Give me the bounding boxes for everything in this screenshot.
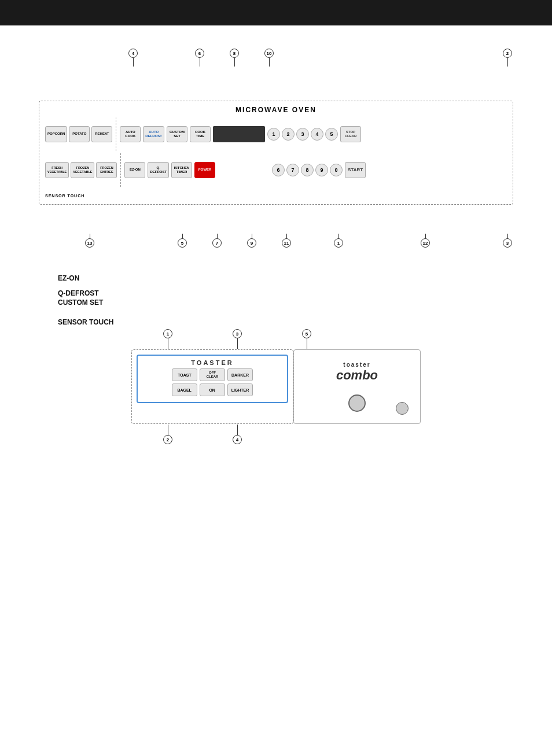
left-btns-row2: FRESHVEGETABLE FROZENVEGETABLE FROZENENT… (45, 162, 117, 178)
ez-on-btn[interactable]: EZ-ON (124, 162, 145, 178)
num-4-btn[interactable]: 4 (311, 128, 323, 141)
auto-defrost-btn[interactable]: AUTODEFROST (143, 126, 164, 142)
num-1-btn[interactable]: 1 (267, 128, 280, 141)
header-bar (0, 0, 552, 25)
callout-10: 10 (264, 49, 274, 58)
callout-7: 7 (212, 238, 222, 248)
q-defrost-btn[interactable]: Q-DEFROST (148, 162, 169, 178)
callout-13-container: 13 (85, 234, 94, 248)
t-callout-4-container: 4 (233, 425, 242, 444)
callout-11: 11 (282, 238, 291, 248)
q-defrost-desc-item: Q-DEFROST CUSTOM SET (58, 289, 529, 307)
toaster-dial[interactable] (348, 394, 366, 412)
custom-set-label: CUSTOM SET (58, 298, 529, 307)
callout-6-container: 6 (195, 49, 204, 67)
microwave-title: MICROWAVE OVEN (45, 106, 507, 114)
stop-clear-btn[interactable]: STOPCLEAR (340, 126, 361, 142)
sensor-touch-label: SENSOR TOUCH (45, 189, 507, 200)
callout-1: 1 (334, 238, 343, 248)
start-btn[interactable]: START (345, 162, 366, 178)
cook-time-btn[interactable]: COOKTIME (190, 126, 211, 142)
ez-on-label: EZ-ON (58, 274, 529, 282)
toaster-title: TOASTER (141, 359, 284, 366)
toaster-wrapper: 1 3 5 TOASTER TOAST OFFCLEAR (131, 349, 421, 424)
toaster-control-panel: TOASTER TOAST OFFCLEAR DARKER BAGEL ON L… (131, 349, 293, 424)
frozen-vegetable-btn[interactable]: FROZENVEGETABLE (71, 162, 94, 178)
t-callout-1-container: 1 (163, 329, 172, 349)
t-callout-5-container: 5 (302, 329, 311, 349)
toaster-section: 1 3 5 TOASTER TOAST OFFCLEAR (23, 349, 529, 424)
callout-2: 2 (503, 49, 512, 58)
callout-9-container: 9 (247, 234, 256, 248)
panel-divider-2 (120, 153, 121, 187)
callout-8: 8 (230, 49, 239, 58)
ez-on-desc-item: EZ-ON (58, 274, 529, 282)
callout-9: 9 (247, 238, 256, 248)
callout-5: 5 (178, 238, 187, 248)
num-group-row1: 1 2 3 4 5 (267, 128, 338, 141)
toaster-row-2: BAGEL ON LIGHTER (141, 383, 284, 396)
descriptions-section: EZ-ON Q-DEFROST CUSTOM SET SENSOR TOUCH (23, 274, 529, 326)
q-defrost-label: Q-DEFROST (58, 289, 529, 297)
custom-set-btn[interactable]: CUSTOMSET (167, 126, 187, 142)
panel-row-2: FRESHVEGETABLE FROZENVEGETABLE FROZENENT… (45, 153, 507, 187)
callout-11-container: 11 (282, 234, 291, 248)
num-2-btn[interactable]: 2 (282, 128, 295, 141)
callout-2-container: 2 (503, 49, 512, 67)
t-callout-5: 5 (302, 329, 311, 338)
fresh-vegetable-btn[interactable]: FRESHVEGETABLE (45, 162, 69, 178)
callout-7-container: 7 (212, 234, 222, 248)
toaster-logo-big-text: combo (336, 368, 378, 383)
num-5-btn[interactable]: 5 (325, 128, 338, 141)
num-9-btn[interactable]: 9 (315, 164, 328, 176)
callout-1-container: 1 (334, 234, 343, 248)
popcorn-btn[interactable]: POPCORN (45, 126, 67, 142)
toast-btn[interactable]: TOAST (172, 368, 197, 381)
toaster-logo: toaster combo (336, 362, 378, 383)
sensor-touch-section-label: SENSOR TOUCH (58, 318, 529, 326)
power-btn[interactable]: POWER (194, 162, 215, 178)
frozen-entree-btn[interactable]: FROZENENTREE (96, 162, 117, 178)
t-callout-1: 1 (163, 329, 172, 338)
microwave-panel: MICROWAVE OVEN POPCORN POTATO REHEAT AUT… (39, 101, 513, 205)
callout-13: 13 (85, 238, 94, 248)
microwave-section: 4 6 8 10 2 (23, 43, 529, 257)
toaster-row-1: TOAST OFFCLEAR DARKER (141, 368, 284, 381)
callout-4-container: 4 (128, 49, 138, 67)
t-callout-3: 3 (233, 329, 242, 338)
toaster-dial-small[interactable] (396, 402, 409, 415)
callout-12-container: 12 (421, 234, 430, 248)
main-content: 4 6 8 10 2 (0, 25, 552, 441)
left-btns-row1: POPCORN POTATO REHEAT (45, 126, 112, 142)
auto-cook-btn[interactable]: AUTOCOOK (120, 126, 141, 142)
num-8-btn[interactable]: 8 (301, 164, 314, 176)
darker-btn[interactable]: DARKER (227, 368, 253, 381)
bagel-btn[interactable]: BAGEL (172, 383, 197, 396)
num-6-btn[interactable]: 6 (272, 164, 285, 176)
display-screen (213, 126, 265, 142)
potato-btn[interactable]: POTATO (69, 126, 90, 142)
num-0-btn[interactable]: 0 (330, 164, 343, 176)
num-7-btn[interactable]: 7 (286, 164, 299, 176)
reheat-btn[interactable]: REHEAT (91, 126, 112, 142)
callout-12: 12 (421, 238, 430, 248)
num-3-btn[interactable]: 3 (296, 128, 309, 141)
kitchen-timer-btn[interactable]: KITCHENTIMER (171, 162, 192, 178)
callout-5-container: 5 (178, 234, 187, 248)
toaster-inner: TOASTER TOAST OFFCLEAR DARKER BAGEL ON L… (137, 355, 288, 403)
toaster-panels: TOASTER TOAST OFFCLEAR DARKER BAGEL ON L… (131, 349, 421, 424)
panel-divider-1 (116, 117, 116, 151)
callout-4: 4 (128, 49, 138, 58)
lighter-btn[interactable]: LIGHTER (227, 383, 253, 396)
callout-3-mw-container: 3 (503, 234, 512, 248)
panel-row-1: POPCORN POTATO REHEAT AUTOCOOK AUTODEFRO… (45, 117, 507, 151)
t-callout-2-container: 2 (163, 425, 172, 444)
callout-3-mw: 3 (503, 238, 512, 248)
callout-8-container: 8 (230, 49, 239, 67)
t-callout-3-container: 3 (233, 329, 242, 349)
on-btn[interactable]: ON (200, 383, 225, 396)
toaster-right-panel: toaster combo (293, 349, 421, 424)
off-clear-btn[interactable]: OFFCLEAR (200, 368, 225, 381)
callouts-below-container: 13 5 7 9 11 1 (39, 228, 513, 257)
t-callout-2: 2 (163, 435, 172, 444)
